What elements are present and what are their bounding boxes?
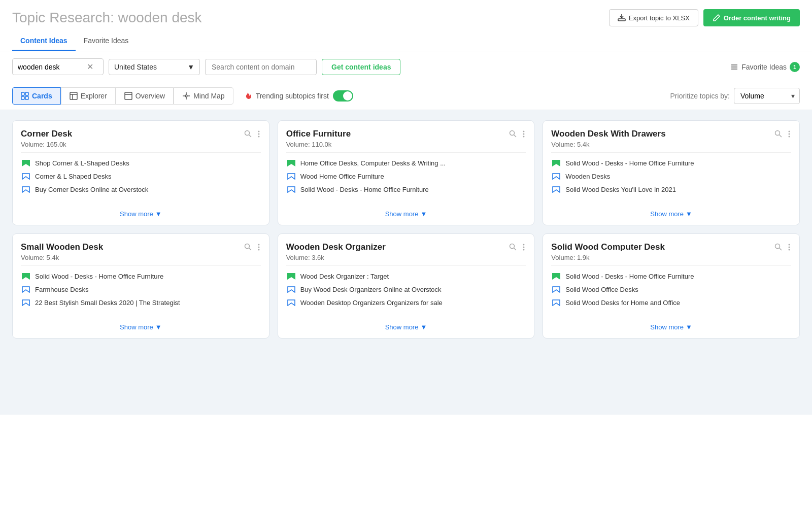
topic-search-wrap: ✕ bbox=[12, 58, 104, 75]
card-volume: Volume: 1.9k bbox=[551, 254, 773, 261]
card-search-button[interactable] bbox=[508, 242, 518, 254]
show-more-link[interactable]: Show more ▼ bbox=[120, 323, 162, 331]
card-item: Corner & L Shaped Desks bbox=[21, 172, 261, 180]
card-title-block: Office Furniture Volume: 110.0k bbox=[286, 129, 509, 148]
svg-rect-6 bbox=[21, 96, 24, 99]
svg-marker-40 bbox=[553, 174, 560, 179]
card-search-button[interactable] bbox=[773, 242, 783, 254]
card-item-text: Solid Wood Desks You'll Love in 2021 bbox=[565, 186, 676, 193]
svg-point-29 bbox=[523, 133, 525, 134]
card-more-button[interactable] bbox=[522, 129, 526, 141]
card-header-icons bbox=[508, 242, 526, 254]
svg-marker-64 bbox=[553, 287, 560, 292]
card-search-button[interactable] bbox=[243, 129, 253, 141]
show-more: Show more ▼ bbox=[278, 318, 534, 338]
order-content-button[interactable]: Order content writing bbox=[703, 9, 800, 26]
show-more-link[interactable]: Show more ▼ bbox=[385, 210, 427, 218]
chevron-down-icon: ▼ bbox=[420, 323, 427, 331]
svg-point-61 bbox=[788, 246, 790, 248]
result-type-icon bbox=[21, 185, 31, 193]
chevron-down-icon: ▼ bbox=[420, 210, 427, 218]
card-more-button[interactable] bbox=[257, 129, 261, 141]
svg-marker-31 bbox=[287, 160, 295, 166]
card-more-button[interactable] bbox=[787, 129, 791, 141]
show-more: Show more ▼ bbox=[278, 205, 534, 225]
more-icon bbox=[258, 244, 260, 251]
svg-point-62 bbox=[788, 249, 790, 250]
card-more-button[interactable] bbox=[257, 243, 261, 254]
view-cards-button[interactable]: Cards bbox=[12, 87, 61, 105]
tabs-bar: Content Ideas Favorite Ideas bbox=[0, 31, 812, 51]
card-items: Solid Wood - Desks - Home Office Furnitu… bbox=[13, 266, 269, 318]
trending-toggle[interactable] bbox=[333, 90, 353, 102]
svg-marker-49 bbox=[22, 300, 29, 306]
card-more-button[interactable] bbox=[522, 243, 526, 254]
priority-select[interactable]: Volume Difficulty Relevance bbox=[734, 88, 800, 104]
overview-icon bbox=[124, 92, 132, 100]
favorite-ideas-link[interactable]: Favorite Ideas 1 bbox=[730, 62, 800, 72]
card-item: Buy Wood Desk Organizers Online at Overs… bbox=[286, 285, 526, 293]
cards-area: Corner Desk Volume: 165.0k bbox=[0, 110, 812, 415]
card-header-icons bbox=[243, 242, 261, 254]
country-selector[interactable]: United States ▼ bbox=[109, 59, 200, 75]
card-item: Wood Desk Organizer : Target bbox=[286, 272, 526, 280]
show-more-link[interactable]: Show more ▼ bbox=[650, 210, 692, 218]
card-small-wooden-desk: Small Wooden Desk Volume: 5.4k bbox=[12, 233, 269, 339]
card-item: Wooden Desks bbox=[551, 172, 791, 180]
get-content-ideas-button[interactable]: Get content ideas bbox=[322, 59, 400, 75]
favorite-count-badge: 1 bbox=[790, 62, 800, 72]
domain-search-input[interactable] bbox=[205, 59, 317, 75]
svg-point-36 bbox=[788, 130, 790, 132]
card-title-block: Corner Desk Volume: 165.0k bbox=[21, 129, 243, 148]
tab-content-ideas[interactable]: Content Ideas bbox=[12, 31, 76, 51]
prioritize-wrap: Prioritize topics by: Volume Difficulty … bbox=[670, 88, 800, 104]
view-explorer-button[interactable]: Explorer bbox=[61, 87, 116, 105]
result-type-icon bbox=[551, 185, 561, 193]
card-items: Wood Desk Organizer : Target Buy Wood De… bbox=[278, 266, 534, 318]
more-icon bbox=[523, 130, 525, 138]
result-type-icon bbox=[21, 159, 31, 167]
card-item-text: Buy Wood Desk Organizers Online at Overs… bbox=[300, 286, 442, 293]
tab-favorite-ideas[interactable]: Favorite Ideas bbox=[76, 31, 137, 51]
view-overview-button[interactable]: Overview bbox=[116, 87, 174, 105]
card-search-button[interactable] bbox=[773, 129, 783, 141]
card-wooden-desk-with-drawers: Wooden Desk With Drawers Volume: 5.4k bbox=[543, 120, 800, 225]
svg-marker-47 bbox=[22, 273, 30, 280]
result-type-icon bbox=[286, 298, 296, 307]
card-title: Wooden Desk Organizer bbox=[286, 242, 509, 252]
show-more-link[interactable]: Show more ▼ bbox=[120, 210, 162, 218]
fire-icon bbox=[244, 92, 252, 100]
result-type-icon bbox=[21, 172, 31, 180]
card-volume: Volume: 5.4k bbox=[551, 141, 773, 148]
card-more-button[interactable] bbox=[787, 243, 791, 254]
view-mindmap-button[interactable]: Mind Map bbox=[174, 87, 233, 105]
result-type-icon bbox=[21, 285, 31, 293]
card-item-text: Solid Wood Desks for Home and Office bbox=[565, 299, 680, 307]
clear-icon[interactable]: ✕ bbox=[87, 62, 93, 72]
card-item-text: Wooden Desks bbox=[565, 173, 610, 180]
svg-point-13 bbox=[185, 95, 187, 97]
result-type-icon bbox=[286, 185, 296, 193]
svg-point-21 bbox=[258, 133, 259, 134]
card-item-text: Solid Wood - Desks - Home Office Furnitu… bbox=[565, 159, 694, 167]
card-title: Wooden Desk With Drawers bbox=[551, 129, 773, 139]
topic-search-input[interactable] bbox=[18, 63, 84, 71]
card-item: Wood Home Office Furniture bbox=[286, 172, 526, 180]
more-icon bbox=[523, 244, 525, 251]
result-type-icon bbox=[551, 159, 561, 167]
card-item: Solid Wood Desks for Home and Office bbox=[551, 298, 791, 307]
chevron-down-icon: ▼ bbox=[686, 210, 692, 218]
show-more-link[interactable]: Show more ▼ bbox=[650, 323, 692, 331]
search-icon bbox=[244, 243, 252, 251]
card-search-button[interactable] bbox=[243, 242, 253, 254]
svg-marker-57 bbox=[288, 300, 295, 306]
card-solid-wood-computer-desk: Solid Wood Computer Desk Volume: 1.9k bbox=[543, 233, 800, 339]
show-more-link[interactable]: Show more ▼ bbox=[385, 323, 427, 331]
svg-point-45 bbox=[258, 246, 259, 248]
card-title: Office Furniture bbox=[286, 129, 509, 139]
export-button[interactable]: Export topic to XLSX bbox=[609, 9, 698, 26]
card-search-button[interactable] bbox=[508, 129, 518, 141]
card-volume: Volume: 110.0k bbox=[286, 141, 509, 148]
svg-point-52 bbox=[523, 244, 525, 245]
result-type-icon bbox=[286, 159, 296, 167]
